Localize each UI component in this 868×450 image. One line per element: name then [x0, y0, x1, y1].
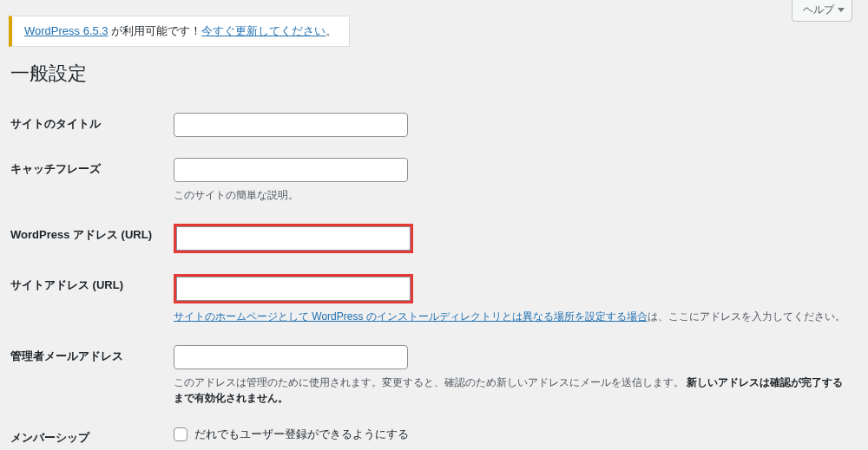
wp-url-input[interactable]	[176, 226, 411, 251]
site-url-description: サイトのホームページとして WordPress のインストールディレクトリとは異…	[174, 309, 851, 324]
update-now-link[interactable]: 今すぐ更新してください	[201, 24, 326, 37]
label-site-url: サイトアドレス (URL)	[0, 264, 174, 335]
tagline-description: このサイトの簡単な説明。	[174, 187, 851, 203]
site-title-input[interactable]	[174, 113, 408, 137]
label-admin-email: 管理者メールアドレス	[0, 335, 174, 416]
label-wp-url: WordPress アドレス (URL)	[0, 213, 174, 264]
help-tab[interactable]: ヘルプ	[792, 0, 852, 22]
wp-url-highlight	[174, 224, 413, 253]
tagline-input[interactable]	[174, 158, 408, 182]
update-nag: WordPress 6.5.3 が利用可能です！今すぐ更新してください。	[9, 16, 350, 47]
row-site-url: サイトアドレス (URL) サイトのホームページとして WordPress のイ…	[0, 264, 868, 335]
site-url-highlight	[174, 274, 413, 303]
site-url-doc-link[interactable]: サイトのホームページとして WordPress のインストールディレクトリとは異…	[174, 310, 648, 323]
general-settings-form: サイトのタイトル キャッチフレーズ このサイトの簡単な説明。 WordPress…	[0, 102, 868, 450]
row-site-title: サイトのタイトル	[0, 102, 868, 147]
label-tagline: キャッチフレーズ	[0, 147, 174, 213]
membership-checkbox-label: だれでもユーザー登録ができるようにする	[194, 427, 409, 442]
membership-checkbox[interactable]	[174, 427, 187, 441]
label-membership: メンバーシップ	[0, 416, 174, 450]
page-title: 一般設定	[10, 61, 868, 87]
membership-checkbox-row[interactable]: だれでもユーザー登録ができるようにする	[174, 427, 409, 442]
row-membership: メンバーシップ だれでもユーザー登録ができるようにする	[0, 416, 868, 450]
row-wp-url: WordPress アドレス (URL)	[0, 213, 868, 264]
admin-email-desc-plain: このアドレスは管理のために使用されます。変更すると、確認のため新しいアドレスにメ…	[174, 376, 684, 388]
site-url-desc-tail: は、ここにアドレスを入力してください。	[648, 310, 845, 323]
update-nag-text-1: が利用可能です！	[108, 24, 202, 37]
help-tab-label: ヘルプ	[803, 3, 834, 17]
wp-version-link[interactable]: WordPress 6.5.3	[24, 24, 108, 37]
chevron-down-icon	[838, 8, 845, 12]
label-site-title: サイトのタイトル	[0, 102, 174, 147]
site-url-input[interactable]	[176, 277, 411, 301]
admin-email-input[interactable]	[174, 345, 408, 369]
row-tagline: キャッチフレーズ このサイトの簡単な説明。	[0, 147, 868, 213]
admin-email-description: このアドレスは管理のために使用されます。変更すると、確認のため新しいアドレスにメ…	[174, 375, 851, 406]
update-nag-text-2: 。	[326, 24, 337, 37]
row-admin-email: 管理者メールアドレス このアドレスは管理のために使用されます。変更すると、確認の…	[0, 335, 868, 416]
